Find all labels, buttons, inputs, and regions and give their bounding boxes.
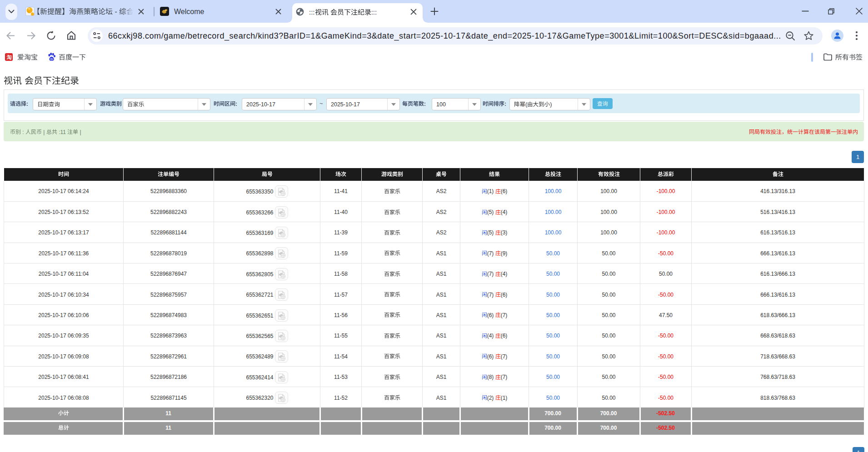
svg-text:du: du [50, 57, 54, 60]
